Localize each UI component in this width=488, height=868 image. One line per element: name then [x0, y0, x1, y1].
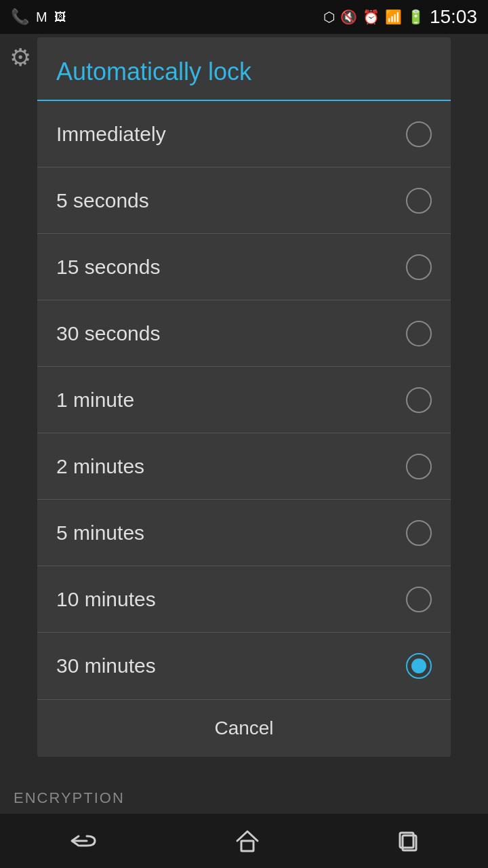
alarm-icon: ⏰ — [363, 9, 380, 25]
option-immediately[interactable]: Immediately — [37, 101, 451, 167]
radio-15s[interactable] — [406, 254, 432, 280]
back-nav-icon — [66, 831, 100, 851]
option-15s[interactable]: 15 seconds — [37, 234, 451, 300]
dialog-footer: Cancel — [37, 699, 451, 757]
radio-30m[interactable] — [406, 653, 432, 679]
radio-5s[interactable] — [406, 188, 432, 214]
auto-lock-dialog: Automatically lock Immediately 5 seconds… — [37, 37, 451, 757]
cancel-button[interactable]: Cancel — [201, 712, 287, 745]
option-30s[interactable]: 30 seconds — [37, 300, 451, 367]
status-time: 15:03 — [430, 6, 477, 28]
home-nav-icon — [234, 827, 261, 854]
option-2m[interactable]: 2 minutes — [37, 433, 451, 500]
radio-30s[interactable] — [406, 321, 432, 347]
encryption-label: ENCRYPTION — [14, 789, 125, 807]
gmail-icon: M — [36, 9, 47, 25]
dialog-title: Automatically lock — [37, 37, 451, 101]
option-label-2m: 2 minutes — [56, 455, 144, 478]
status-bar-right: ⬡ 🔇 ⏰ 📶 🔋 15:03 — [323, 6, 477, 28]
mute-icon: 🔇 — [340, 9, 357, 25]
radio-5m[interactable] — [406, 520, 432, 546]
battery-icon: 🔋 — [407, 9, 424, 25]
svg-rect-0 — [241, 841, 253, 851]
option-label-30s: 30 seconds — [56, 322, 160, 345]
option-label-30m: 30 minutes — [56, 654, 156, 677]
back-button[interactable] — [60, 824, 107, 858]
option-label-5m: 5 minutes — [56, 521, 144, 545]
radio-10m[interactable] — [406, 587, 432, 612]
option-10m[interactable]: 10 minutes — [37, 566, 451, 633]
option-5s[interactable]: 5 seconds — [37, 167, 451, 234]
option-30m[interactable]: 30 minutes — [37, 633, 451, 699]
radio-1m[interactable] — [406, 387, 432, 413]
status-bar-left: 📞 M 🖼 — [11, 8, 66, 26]
option-label-15s: 15 seconds — [56, 256, 160, 279]
status-bar: 📞 M 🖼 ⬡ 🔇 ⏰ 📶 🔋 15:03 — [0, 0, 488, 34]
recents-nav-icon — [394, 827, 422, 854]
navigation-bar — [0, 814, 488, 868]
phone-signal-icon: 📞 — [11, 8, 29, 26]
gear-settings-icon: ⚙ — [9, 43, 31, 72]
option-label-10m: 10 minutes — [56, 588, 156, 611]
recents-button[interactable] — [388, 821, 428, 861]
option-label-immediately: Immediately — [56, 123, 166, 146]
radio-2m[interactable] — [406, 454, 432, 479]
radio-immediately[interactable] — [406, 121, 432, 147]
bluetooth-icon: ⬡ — [323, 9, 335, 25]
option-label-1m: 1 minute — [56, 389, 134, 412]
option-label-5s: 5 seconds — [56, 189, 149, 212]
image-icon: 🖼 — [54, 10, 66, 24]
home-button[interactable] — [227, 821, 268, 861]
options-list: Immediately 5 seconds 15 seconds 30 seco… — [37, 101, 451, 699]
wifi-icon: 📶 — [385, 9, 402, 25]
option-1m[interactable]: 1 minute — [37, 367, 451, 433]
option-5m[interactable]: 5 minutes — [37, 500, 451, 566]
